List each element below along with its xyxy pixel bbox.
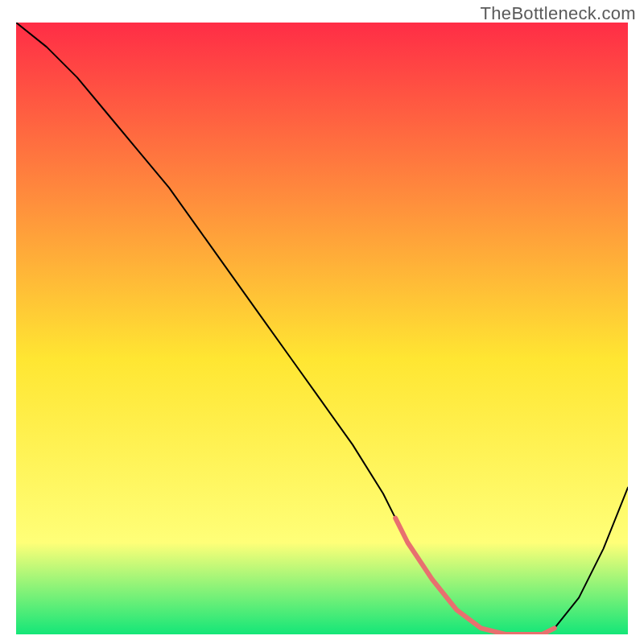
plot-area xyxy=(16,23,628,634)
chart-svg xyxy=(16,23,628,634)
watermark-text: TheBottleneck.com xyxy=(481,3,636,24)
chart-root: TheBottleneck.com xyxy=(0,0,644,644)
